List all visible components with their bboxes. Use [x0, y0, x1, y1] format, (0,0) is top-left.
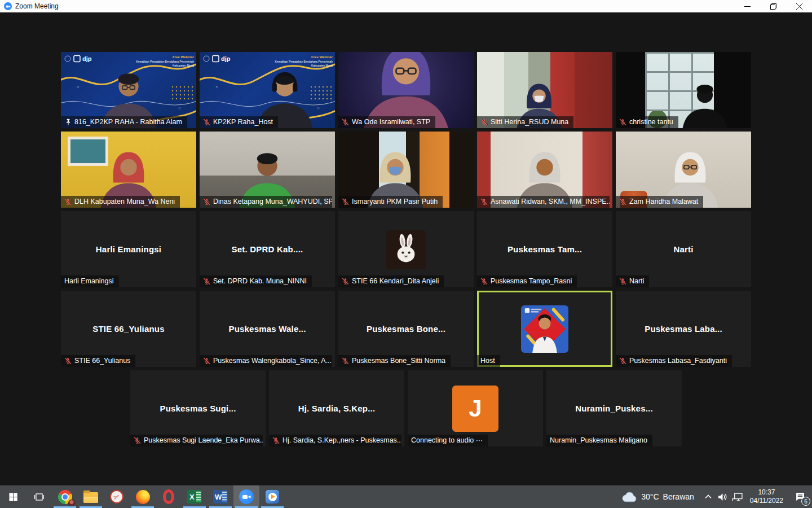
weather-temp: 30°C	[641, 492, 659, 501]
participant-name-text: Puskesmas Labasa_Fasdiyanti	[629, 357, 727, 365]
participant-tile[interactable]: STIE 66 Kendari_Dita Anjeli	[338, 211, 474, 287]
zoom-app-icon	[4, 2, 12, 10]
muted-mic-icon	[203, 119, 210, 126]
participant-name-text: Harli Emaningsi	[64, 277, 114, 285]
taskbar-word[interactable]: W	[208, 485, 233, 508]
pin-icon	[64, 119, 72, 126]
participant-label: DLH Kabupaten Muna_Wa Neni	[61, 196, 180, 208]
taskbar-chrome[interactable]	[52, 485, 78, 508]
volume-button[interactable]	[716, 485, 730, 508]
participant-tile[interactable]: Puskesmas Wale...Puskesmas Walengkabola_…	[200, 291, 335, 367]
participant-tile[interactable]: Wa Ode Isramilwati, STP	[338, 52, 474, 128]
meeting-stage: djp Free Webinar Kewajiban Perpajakan Be…	[0, 12, 812, 485]
participant-label: christine tantu	[616, 116, 678, 128]
participant-tile[interactable]: Dinas Ketapang Muna_WAHYUDI, SP	[200, 132, 335, 208]
muted-mic-icon	[342, 198, 349, 205]
participant-tile[interactable]: Zam Haridha Malawat	[616, 132, 751, 208]
taskbar-excel[interactable]: X	[182, 485, 208, 508]
participant-label: Sitti Herina_RSUD Muna	[477, 116, 573, 128]
participant-tile[interactable]: Nuramin_Puskes...Nuramin_Puskesmas Malig…	[546, 370, 682, 446]
firefox-icon	[136, 490, 150, 504]
muted-mic-icon	[203, 198, 210, 205]
network-button[interactable]	[730, 485, 745, 508]
muted-mic-icon	[64, 357, 72, 365]
taskbar-opera[interactable]	[156, 485, 182, 508]
participant-name-text: Set. DPRD Kab. Muna_NINNI	[213, 277, 307, 285]
taskbar: ✂XW 30°C Berawan 10:37 04/11/2022 6	[0, 485, 812, 508]
muted-mic-icon	[619, 357, 626, 365]
taskbar-firefox[interactable]	[130, 485, 156, 508]
svg-text:Free Webinar: Free Webinar	[311, 55, 333, 59]
chevron-up-icon	[705, 494, 712, 499]
participant-label: Puskesmas Labasa_Fasdiyanti	[616, 355, 732, 367]
taskbar-zoom[interactable]	[233, 485, 259, 508]
participant-label: Puskesmas Walengkabola_Since, A....	[200, 355, 332, 367]
muted-mic-icon	[480, 278, 488, 285]
participant-tile[interactable]: Puskesmas Tam...Puskesmas Tampo_Rasni	[477, 211, 612, 287]
minimize-button[interactable]	[734, 0, 760, 12]
participant-label: Wa Ode Isramilwati, STP	[338, 116, 435, 128]
participant-tile[interactable]: NartiNarti	[616, 211, 751, 287]
opera-icon	[163, 489, 174, 504]
participant-video-person	[673, 80, 737, 128]
muted-mic-icon	[134, 437, 141, 444]
participant-label: Harli Emaningsi	[61, 275, 119, 287]
participant-label: Puskesmas Tampo_Rasni	[477, 275, 577, 287]
participant-tile[interactable]: Puskesmas Sugi...Puskesmas Sugi Laende_E…	[130, 370, 266, 446]
participant-name-text: Ismaryanti PKM Pasir Putih	[352, 198, 438, 205]
close-button[interactable]	[786, 0, 812, 12]
task-view-button[interactable]	[26, 485, 52, 508]
taskbar-media-player[interactable]	[259, 485, 285, 508]
participant-name-text: DLH Kabupaten Muna_Wa Neni	[74, 198, 175, 205]
participant-name-text: Asnawati Ridwan, SKM., MM_INSPE...	[491, 198, 610, 205]
chrome-profile-badge	[68, 500, 75, 506]
muted-mic-icon	[342, 278, 349, 285]
participant-tile[interactable]: djp Free Webinar Kewajiban Perpajakan Be…	[61, 52, 196, 128]
participant-tile[interactable]: Hj. Sardia, S.Kep...Hj. Sardia, S.Kep.,n…	[269, 370, 404, 446]
letter-avatar: J	[452, 386, 498, 432]
clock[interactable]: 10:37 04/11/2022	[745, 485, 788, 508]
restore-button[interactable]	[760, 0, 786, 12]
muted-mic-icon	[619, 278, 626, 285]
participant-label: STIE 66 Kendari_Dita Anjeli	[338, 275, 444, 287]
participant-tile[interactable]: DLH Kabupaten Muna_Wa Neni	[61, 132, 196, 208]
participant-tile[interactable]: Host	[477, 291, 612, 367]
participant-name-text: Puskesmas Tampo_Rasni	[491, 277, 572, 285]
file-explorer-icon	[83, 492, 98, 503]
participant-tile[interactable]: Harli EmaningsiHarli Emaningsi	[61, 211, 196, 287]
muted-mic-icon	[272, 437, 280, 444]
participant-name-text: STIE 66_Yulianus	[74, 357, 130, 365]
taskbar-file-explorer[interactable]	[78, 485, 104, 508]
participant-tile[interactable]: Ismaryanti PKM Pasir Putih	[338, 132, 474, 208]
svg-text:Free Webinar: Free Webinar	[173, 55, 195, 59]
muted-mic-icon	[203, 278, 210, 285]
muted-mic-icon	[480, 119, 488, 126]
participant-label: Ismaryanti PKM Pasir Putih	[338, 196, 443, 208]
participant-label: Narti	[616, 275, 649, 287]
tray-expand-button[interactable]	[701, 485, 716, 508]
participant-tile[interactable]: Puskesmas Laba...Puskesmas Labasa_Fasdiy…	[616, 291, 751, 367]
clock-date: 04/11/2022	[750, 497, 783, 505]
svg-text:djp: djp	[221, 55, 231, 62]
start-button[interactable]	[0, 485, 26, 508]
windows-start-icon	[8, 492, 18, 502]
participant-tile[interactable]: djp Free Webinar Kewajiban Perpajakan Be…	[200, 52, 335, 128]
participant-tile[interactable]: STIE 66_YulianusSTIE 66_Yulianus	[61, 291, 196, 367]
participant-name-text: Puskesmas Walengkabola_Since, A....	[213, 357, 332, 365]
action-center-button[interactable]: 6	[788, 485, 812, 508]
taskbar-snip-sketch[interactable]: ✂	[104, 485, 130, 508]
participant-tile[interactable]: christine tantu	[616, 52, 751, 128]
participant-label: Nuramin_Puskesmas Maligano	[546, 435, 652, 446]
participant-label: KP2KP Raha_Host	[200, 116, 278, 128]
participant-tile[interactable]: Asnawati Ridwan, SKM., MM_INSPE...	[477, 132, 612, 208]
notification-count-badge: 6	[801, 497, 810, 506]
participant-tile[interactable]: Sitti Herina_RSUD Muna	[477, 52, 612, 128]
muted-mic-icon	[64, 198, 72, 205]
word-icon: W	[213, 490, 228, 503]
muted-mic-icon	[203, 357, 210, 365]
weather-widget[interactable]: 30°C Berawan	[615, 485, 701, 508]
participant-tile[interactable]: Set. DPRD Kab....Set. DPRD Kab. Muna_NIN…	[200, 211, 335, 287]
participant-tile[interactable]: Puskesmas Bone...Puskesmas Bone_Sitti No…	[338, 291, 474, 367]
participant-name-text: christine tantu	[629, 118, 673, 126]
participant-tile[interactable]: JConnecting to audio ···	[408, 370, 543, 446]
